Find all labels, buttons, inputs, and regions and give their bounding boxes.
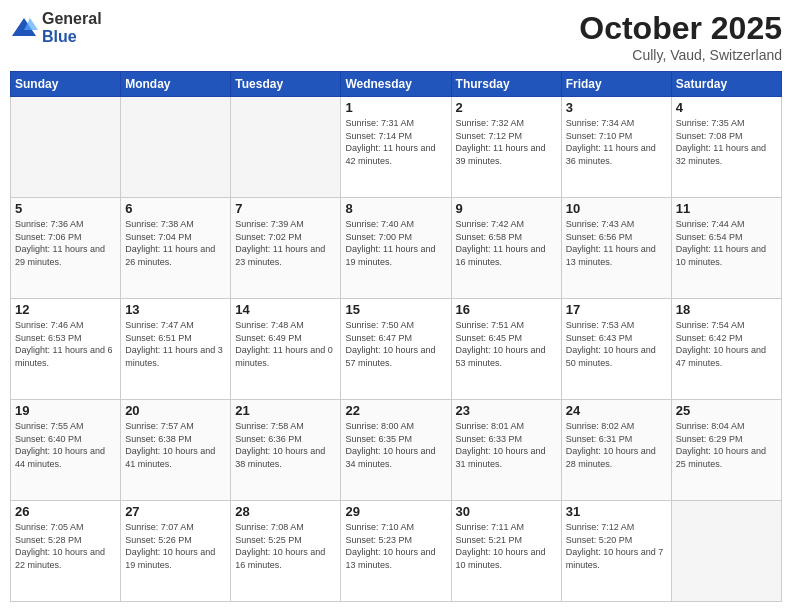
- day-number: 12: [15, 302, 116, 317]
- calendar-cell: 31Sunrise: 7:12 AM Sunset: 5:20 PM Dayli…: [561, 501, 671, 602]
- calendar-week-row: 5Sunrise: 7:36 AM Sunset: 7:06 PM Daylig…: [11, 198, 782, 299]
- day-info: Sunrise: 7:47 AM Sunset: 6:51 PM Dayligh…: [125, 319, 226, 369]
- day-number: 3: [566, 100, 667, 115]
- calendar-cell: 24Sunrise: 8:02 AM Sunset: 6:31 PM Dayli…: [561, 400, 671, 501]
- calendar-cell: 20Sunrise: 7:57 AM Sunset: 6:38 PM Dayli…: [121, 400, 231, 501]
- calendar-cell: 15Sunrise: 7:50 AM Sunset: 6:47 PM Dayli…: [341, 299, 451, 400]
- day-info: Sunrise: 7:46 AM Sunset: 6:53 PM Dayligh…: [15, 319, 116, 369]
- day-info: Sunrise: 7:07 AM Sunset: 5:26 PM Dayligh…: [125, 521, 226, 571]
- calendar-cell: 7Sunrise: 7:39 AM Sunset: 7:02 PM Daylig…: [231, 198, 341, 299]
- day-number: 10: [566, 201, 667, 216]
- calendar-cell: 8Sunrise: 7:40 AM Sunset: 7:00 PM Daylig…: [341, 198, 451, 299]
- calendar-cell: 13Sunrise: 7:47 AM Sunset: 6:51 PM Dayli…: [121, 299, 231, 400]
- calendar-col-header: Wednesday: [341, 72, 451, 97]
- day-info: Sunrise: 7:50 AM Sunset: 6:47 PM Dayligh…: [345, 319, 446, 369]
- day-info: Sunrise: 7:40 AM Sunset: 7:00 PM Dayligh…: [345, 218, 446, 268]
- calendar-cell: [121, 97, 231, 198]
- day-number: 18: [676, 302, 777, 317]
- day-number: 26: [15, 504, 116, 519]
- calendar-cell: 17Sunrise: 7:53 AM Sunset: 6:43 PM Dayli…: [561, 299, 671, 400]
- day-number: 21: [235, 403, 336, 418]
- calendar-cell: 29Sunrise: 7:10 AM Sunset: 5:23 PM Dayli…: [341, 501, 451, 602]
- calendar-col-header: Friday: [561, 72, 671, 97]
- calendar-cell: [671, 501, 781, 602]
- calendar-col-header: Monday: [121, 72, 231, 97]
- calendar-cell: [231, 97, 341, 198]
- day-number: 1: [345, 100, 446, 115]
- day-number: 22: [345, 403, 446, 418]
- calendar-cell: 3Sunrise: 7:34 AM Sunset: 7:10 PM Daylig…: [561, 97, 671, 198]
- day-number: 25: [676, 403, 777, 418]
- day-number: 29: [345, 504, 446, 519]
- day-number: 7: [235, 201, 336, 216]
- calendar-cell: 6Sunrise: 7:38 AM Sunset: 7:04 PM Daylig…: [121, 198, 231, 299]
- calendar-cell: 18Sunrise: 7:54 AM Sunset: 6:42 PM Dayli…: [671, 299, 781, 400]
- day-number: 15: [345, 302, 446, 317]
- day-info: Sunrise: 7:34 AM Sunset: 7:10 PM Dayligh…: [566, 117, 667, 167]
- day-number: 11: [676, 201, 777, 216]
- header: General Blue October 2025 Cully, Vaud, S…: [10, 10, 782, 63]
- calendar-cell: 26Sunrise: 7:05 AM Sunset: 5:28 PM Dayli…: [11, 501, 121, 602]
- calendar-cell: 21Sunrise: 7:58 AM Sunset: 6:36 PM Dayli…: [231, 400, 341, 501]
- logo-icon: [10, 14, 38, 42]
- day-number: 31: [566, 504, 667, 519]
- day-number: 20: [125, 403, 226, 418]
- day-info: Sunrise: 7:48 AM Sunset: 6:49 PM Dayligh…: [235, 319, 336, 369]
- day-number: 30: [456, 504, 557, 519]
- day-info: Sunrise: 7:57 AM Sunset: 6:38 PM Dayligh…: [125, 420, 226, 470]
- day-number: 27: [125, 504, 226, 519]
- day-info: Sunrise: 8:00 AM Sunset: 6:35 PM Dayligh…: [345, 420, 446, 470]
- calendar-cell: 23Sunrise: 8:01 AM Sunset: 6:33 PM Dayli…: [451, 400, 561, 501]
- calendar-col-header: Saturday: [671, 72, 781, 97]
- page: General Blue October 2025 Cully, Vaud, S…: [0, 0, 792, 612]
- calendar-cell: 16Sunrise: 7:51 AM Sunset: 6:45 PM Dayli…: [451, 299, 561, 400]
- calendar-week-row: 26Sunrise: 7:05 AM Sunset: 5:28 PM Dayli…: [11, 501, 782, 602]
- day-info: Sunrise: 7:51 AM Sunset: 6:45 PM Dayligh…: [456, 319, 557, 369]
- logo-text: General Blue: [42, 10, 102, 45]
- calendar-col-header: Tuesday: [231, 72, 341, 97]
- calendar-cell: 4Sunrise: 7:35 AM Sunset: 7:08 PM Daylig…: [671, 97, 781, 198]
- day-number: 17: [566, 302, 667, 317]
- calendar-cell: 10Sunrise: 7:43 AM Sunset: 6:56 PM Dayli…: [561, 198, 671, 299]
- day-info: Sunrise: 7:44 AM Sunset: 6:54 PM Dayligh…: [676, 218, 777, 268]
- calendar-cell: 14Sunrise: 7:48 AM Sunset: 6:49 PM Dayli…: [231, 299, 341, 400]
- calendar-cell: 28Sunrise: 7:08 AM Sunset: 5:25 PM Dayli…: [231, 501, 341, 602]
- day-number: 23: [456, 403, 557, 418]
- day-info: Sunrise: 7:35 AM Sunset: 7:08 PM Dayligh…: [676, 117, 777, 167]
- day-info: Sunrise: 7:54 AM Sunset: 6:42 PM Dayligh…: [676, 319, 777, 369]
- title-area: October 2025 Cully, Vaud, Switzerland: [579, 10, 782, 63]
- calendar-cell: 19Sunrise: 7:55 AM Sunset: 6:40 PM Dayli…: [11, 400, 121, 501]
- logo: General Blue: [10, 10, 102, 45]
- day-info: Sunrise: 7:42 AM Sunset: 6:58 PM Dayligh…: [456, 218, 557, 268]
- calendar-cell: 1Sunrise: 7:31 AM Sunset: 7:14 PM Daylig…: [341, 97, 451, 198]
- calendar-cell: 9Sunrise: 7:42 AM Sunset: 6:58 PM Daylig…: [451, 198, 561, 299]
- day-info: Sunrise: 7:05 AM Sunset: 5:28 PM Dayligh…: [15, 521, 116, 571]
- day-info: Sunrise: 7:12 AM Sunset: 5:20 PM Dayligh…: [566, 521, 667, 571]
- main-title: October 2025: [579, 10, 782, 47]
- day-info: Sunrise: 7:31 AM Sunset: 7:14 PM Dayligh…: [345, 117, 446, 167]
- day-info: Sunrise: 8:02 AM Sunset: 6:31 PM Dayligh…: [566, 420, 667, 470]
- day-info: Sunrise: 7:10 AM Sunset: 5:23 PM Dayligh…: [345, 521, 446, 571]
- day-info: Sunrise: 7:39 AM Sunset: 7:02 PM Dayligh…: [235, 218, 336, 268]
- calendar-cell: 27Sunrise: 7:07 AM Sunset: 5:26 PM Dayli…: [121, 501, 231, 602]
- day-number: 8: [345, 201, 446, 216]
- day-info: Sunrise: 7:11 AM Sunset: 5:21 PM Dayligh…: [456, 521, 557, 571]
- calendar-cell: 30Sunrise: 7:11 AM Sunset: 5:21 PM Dayli…: [451, 501, 561, 602]
- day-number: 16: [456, 302, 557, 317]
- day-info: Sunrise: 7:58 AM Sunset: 6:36 PM Dayligh…: [235, 420, 336, 470]
- day-number: 24: [566, 403, 667, 418]
- day-info: Sunrise: 7:08 AM Sunset: 5:25 PM Dayligh…: [235, 521, 336, 571]
- calendar-col-header: Thursday: [451, 72, 561, 97]
- calendar-cell: 25Sunrise: 8:04 AM Sunset: 6:29 PM Dayli…: [671, 400, 781, 501]
- day-info: Sunrise: 7:38 AM Sunset: 7:04 PM Dayligh…: [125, 218, 226, 268]
- day-info: Sunrise: 7:32 AM Sunset: 7:12 PM Dayligh…: [456, 117, 557, 167]
- calendar-cell: [11, 97, 121, 198]
- day-info: Sunrise: 8:04 AM Sunset: 6:29 PM Dayligh…: [676, 420, 777, 470]
- day-info: Sunrise: 7:36 AM Sunset: 7:06 PM Dayligh…: [15, 218, 116, 268]
- calendar-header-row: SundayMondayTuesdayWednesdayThursdayFrid…: [11, 72, 782, 97]
- day-info: Sunrise: 8:01 AM Sunset: 6:33 PM Dayligh…: [456, 420, 557, 470]
- day-number: 6: [125, 201, 226, 216]
- day-info: Sunrise: 7:55 AM Sunset: 6:40 PM Dayligh…: [15, 420, 116, 470]
- calendar-week-row: 19Sunrise: 7:55 AM Sunset: 6:40 PM Dayli…: [11, 400, 782, 501]
- calendar-cell: 12Sunrise: 7:46 AM Sunset: 6:53 PM Dayli…: [11, 299, 121, 400]
